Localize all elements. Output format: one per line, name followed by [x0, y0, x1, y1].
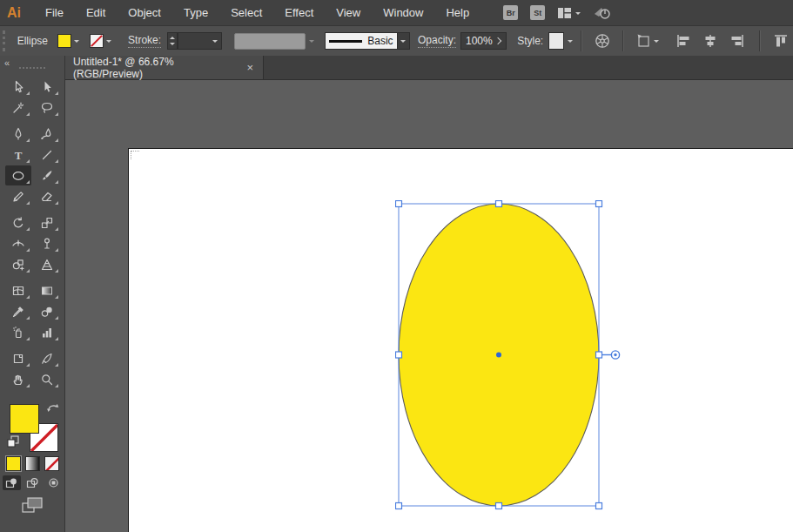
tool-rotate[interactable] — [5, 212, 31, 232]
color-button[interactable] — [6, 456, 21, 471]
tool-type[interactable]: T — [5, 145, 31, 165]
menu-effect[interactable]: Effect — [273, 6, 325, 19]
paint-style-buttons — [6, 456, 59, 471]
tool-width[interactable] — [5, 233, 31, 253]
document-tab-title: Untitled-1* @ 66.67% (RGB/Preview) — [73, 56, 245, 80]
menu-edit[interactable]: Edit — [75, 6, 117, 19]
style-label: Style: — [517, 35, 543, 47]
align-right-button[interactable] — [729, 33, 745, 49]
tools-grid: T — [5, 77, 60, 390]
menu-file[interactable]: File — [34, 6, 75, 19]
menu-view[interactable]: View — [325, 6, 372, 19]
live-shape-widget[interactable] — [602, 351, 620, 359]
align-top-icon — [773, 33, 789, 49]
document-tab[interactable]: Untitled-1* @ 66.67% (RGB/Preview) × — [65, 56, 264, 79]
graphic-style-swatch[interactable] — [548, 32, 564, 50]
tool-paintbrush[interactable] — [34, 165, 60, 185]
tool-perspective-grid[interactable] — [34, 254, 60, 274]
tool-magic-wand[interactable] — [5, 98, 31, 118]
tool-pen[interactable] — [5, 124, 31, 144]
document-tab-bar: Untitled-1* @ 66.67% (RGB/Preview) × — [65, 56, 793, 80]
align-left-icon — [675, 33, 691, 49]
none-button[interactable] — [44, 456, 59, 471]
tool-shape-builder[interactable] — [5, 254, 31, 274]
stock-button[interactable]: St — [530, 5, 545, 20]
default-fill-stroke-icon[interactable] — [7, 435, 19, 448]
tool-eraser[interactable] — [34, 186, 60, 206]
chevron-right-icon — [494, 37, 501, 44]
tool-zoom[interactable] — [34, 369, 60, 389]
align-left-button[interactable] — [675, 33, 691, 49]
tool-symbol-sprayer[interactable] — [5, 322, 31, 342]
chevron-down-icon — [309, 40, 314, 45]
chevron-down-icon — [654, 40, 659, 45]
menu-help[interactable]: Help — [434, 6, 481, 19]
collapse-panel-button[interactable]: « — [4, 57, 9, 68]
drawing-mode-buttons — [3, 475, 63, 490]
tool-hand[interactable] — [5, 369, 31, 389]
brush-definition-select[interactable]: Basic — [325, 32, 397, 50]
gradient-button[interactable] — [25, 456, 40, 471]
tool-ellipse[interactable] — [5, 165, 31, 185]
tool-column-graph[interactable] — [34, 322, 60, 342]
draw-behind-button[interactable] — [24, 475, 42, 490]
tool-pencil[interactable] — [5, 186, 31, 206]
change-screen-mode-button[interactable] — [21, 496, 44, 517]
tool-curvature[interactable] — [34, 124, 60, 144]
swap-fill-stroke-icon[interactable] — [46, 402, 59, 414]
brush-name: Basic — [367, 35, 393, 47]
bridge-button[interactable]: Br — [503, 5, 518, 20]
stroke-weight-select[interactable] — [178, 32, 222, 50]
handle-bottom-right — [596, 503, 602, 509]
control-bar: Ellipse Stroke: Basic — [0, 25, 793, 57]
chevron-down-icon — [74, 40, 79, 45]
handle-top-right — [596, 201, 602, 207]
tool-artboard[interactable] — [5, 348, 31, 368]
align-right-icon — [729, 33, 745, 49]
align-center-button[interactable] — [702, 33, 718, 49]
opacity-label[interactable]: Opacity: — [418, 34, 456, 48]
handle-top-left — [396, 201, 402, 207]
tool-scale[interactable] — [34, 212, 60, 232]
tool-lasso[interactable] — [34, 98, 60, 118]
handle-bottom-center — [496, 503, 502, 509]
stroke-color-dropdown[interactable] — [89, 33, 112, 49]
shape-properties-button[interactable] — [636, 33, 659, 49]
tool-selection[interactable] — [5, 77, 31, 97]
tool-puppet-warp[interactable] — [34, 233, 60, 253]
draw-normal-button[interactable] — [3, 475, 21, 490]
close-tab-button[interactable]: × — [245, 62, 255, 73]
workspace-layout-icon — [557, 7, 572, 19]
stroke-weight-stepper[interactable] — [167, 32, 178, 50]
menu-object[interactable]: Object — [117, 6, 172, 19]
gpu-performance-icon[interactable] — [593, 5, 612, 21]
menu-type[interactable]: Type — [172, 6, 219, 19]
align-top-button[interactable] — [773, 33, 789, 49]
draw-inside-button[interactable] — [44, 475, 63, 490]
opacity-input[interactable]: 100% — [460, 32, 507, 50]
svg-text:T: T — [15, 148, 23, 161]
tool-slice[interactable] — [34, 348, 60, 368]
menu-select[interactable]: Select — [219, 6, 273, 19]
divider — [759, 30, 761, 51]
tool-line-segment[interactable] — [34, 145, 60, 165]
opacity-value: 100% — [466, 35, 493, 47]
tool-mesh[interactable] — [5, 280, 31, 300]
menu-window[interactable]: Window — [372, 6, 434, 19]
chevron-down-icon — [212, 40, 218, 45]
tool-blend[interactable] — [34, 301, 60, 321]
canvas-area[interactable] — [65, 80, 793, 532]
recolor-artwork-button[interactable] — [595, 33, 610, 49]
panel-grip-icon — [3, 30, 8, 51]
brush-definition-chevron[interactable] — [398, 32, 410, 50]
tool-gradient[interactable] — [34, 280, 60, 300]
handle-top-center — [496, 201, 502, 207]
workspace-switcher[interactable] — [557, 7, 581, 19]
tool-direct-selection[interactable] — [34, 77, 60, 97]
chevron-down-icon — [106, 40, 111, 45]
fill-color-indicator[interactable] — [10, 404, 39, 434]
center-point[interactable] — [496, 353, 501, 358]
fill-color-dropdown[interactable] — [57, 33, 80, 49]
tool-eyedropper[interactable] — [5, 301, 31, 321]
stroke-weight-label[interactable]: Stroke: — [128, 34, 161, 48]
